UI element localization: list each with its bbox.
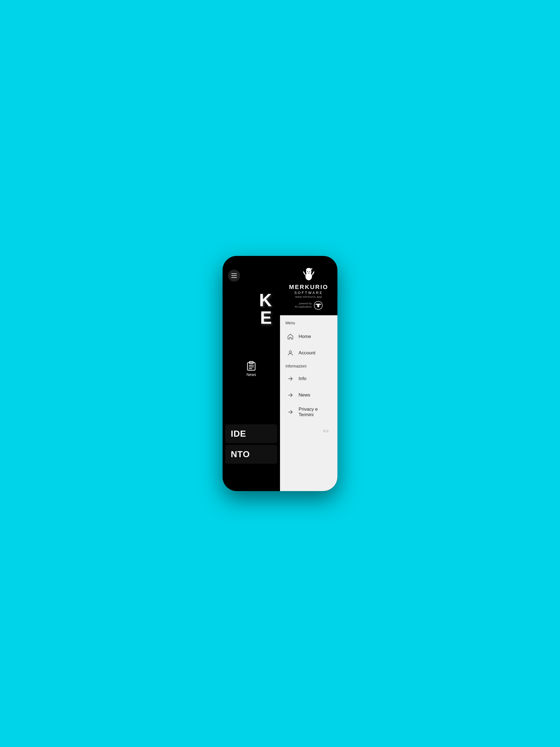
hamburger-menu-button[interactable] — [228, 269, 240, 282]
app-letter-e: E — [260, 309, 272, 327]
privacy-arrow-icon — [285, 407, 295, 417]
logo-brand-name: MERKURIO — [289, 284, 328, 291]
info-arrow-icon — [285, 374, 295, 384]
phone-frame: K E News IDE NTO — [223, 256, 337, 491]
account-icon — [285, 348, 295, 358]
home-icon — [285, 332, 295, 341]
menu-item-news[interactable]: News — [285, 387, 332, 403]
menu-header: MERKURIO SOFTWARE www.merkurio.app power… — [280, 256, 337, 315]
svg-point-7 — [307, 271, 308, 272]
menu-item-account[interactable]: Account — [285, 345, 332, 361]
menu-content: Menu Home — [280, 315, 337, 491]
app-letter-k: K — [259, 291, 272, 309]
drawer-menu: MERKURIO SOFTWARE www.merkurio.app power… — [280, 256, 337, 491]
phone-screen: K E News IDE NTO — [223, 256, 337, 491]
menu-item-news-label: News — [299, 392, 310, 398]
left-panel: K E News IDE NTO — [223, 256, 280, 491]
logo-container: MERKURIO SOFTWARE www.merkurio.app — [289, 267, 328, 298]
hamburger-line-1 — [231, 274, 237, 274]
menu-item-privacy[interactable]: Privacy e Termini — [285, 403, 332, 421]
bottom-section-ide: IDE — [231, 429, 246, 439]
svg-point-8 — [309, 271, 310, 272]
rc-applications-icon — [314, 301, 323, 310]
menu-item-home[interactable]: Home — [285, 328, 332, 345]
menu-item-info[interactable]: Info — [285, 370, 332, 387]
hamburger-line-2 — [231, 275, 237, 276]
svg-point-14 — [289, 351, 291, 353]
informazioni-section-label: Informazioni — [285, 364, 332, 368]
bottom-section-nto: NTO — [231, 449, 250, 459]
menu-item-privacy-label: Privacy e Termini — [299, 407, 332, 417]
news-arrow-icon — [285, 390, 295, 400]
left-app-content: K E — [223, 291, 280, 327]
menu-item-account-label: Account — [299, 350, 315, 356]
news-label: News — [246, 372, 256, 377]
menu-item-home-label: Home — [299, 334, 311, 339]
svg-point-13 — [317, 304, 319, 305]
logo-subtitle: SOFTWARE — [294, 291, 323, 295]
powered-by-section: powered byRCApplications — [295, 301, 323, 310]
menu-section-label: Menu — [285, 321, 332, 325]
news-nav-item[interactable]: News — [223, 359, 280, 377]
menu-item-info-label: Info — [299, 376, 306, 381]
logo-url: www.merkurio.app — [295, 295, 322, 298]
svg-rect-10 — [307, 268, 310, 270]
logo-mascot-icon — [301, 267, 317, 282]
version-text: 0.0. — [323, 426, 332, 436]
phone-notch — [262, 256, 298, 264]
powered-by-text: powered byRCApplications — [295, 302, 312, 308]
news-icon — [245, 359, 257, 371]
hamburger-line-3 — [231, 277, 237, 278]
